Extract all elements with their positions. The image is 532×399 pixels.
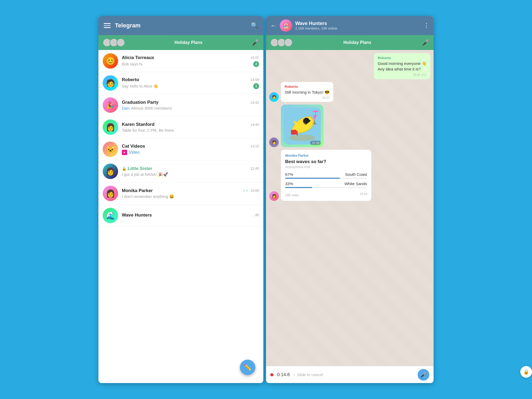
voice-bar-left[interactable]: Holiday Plans 🎤 bbox=[98, 35, 263, 50]
chat-info-graduation: Graduation Party 14:42 Dan: Almost 3000 … bbox=[122, 100, 259, 110]
bubble-roberto-incoming: Roberto Still morning in Tokyo! 😎 15:37 bbox=[281, 82, 333, 102]
msg-avatar-roberto: 🧑 bbox=[269, 92, 279, 102]
sticker-time: 15:38 bbox=[310, 141, 321, 145]
chat-time-littlesister: 12:45 bbox=[250, 167, 259, 171]
avatar-graduation: 🎉 bbox=[103, 97, 118, 113]
chat-info-karen: Karen Stanford 14:40 Table for four, 2 P… bbox=[122, 122, 259, 132]
avatar-monika: 👩 bbox=[103, 186, 118, 201]
badge-roberto: 1 bbox=[253, 83, 259, 89]
more-button[interactable]: ⋮ bbox=[423, 22, 429, 29]
voice-mic-icon[interactable]: 🎤 bbox=[252, 39, 259, 46]
video-thumb-icon bbox=[122, 150, 127, 155]
chat-item-roberto[interactable]: 🧑 Roberto 14:59 Say hello to Alice 👋 1 bbox=[98, 72, 263, 94]
poll-type: Anonymous Poll bbox=[285, 165, 367, 169]
chat-preview-littlesister: I got a job at NASA! 🎉🚀 bbox=[122, 172, 168, 177]
chat-time-wavehunters: ...:45 bbox=[251, 213, 259, 217]
group-avatar: 🏖️ bbox=[280, 19, 292, 32]
svg-point-13 bbox=[313, 123, 317, 124]
group-info: Wave Hunters 2,168 members, 196 online bbox=[295, 21, 420, 30]
voice-record-bar: 0:14.8 ‹ Slide to cancel 🎤 bbox=[266, 366, 434, 383]
poll-time: 15:39 bbox=[360, 192, 367, 196]
chat-item-monika[interactable]: 👩 Monika Parker ✓✓ 10:00 I don't remembe… bbox=[98, 182, 263, 205]
bubble-sender-roberto-in: Roberto bbox=[285, 85, 330, 89]
bubble-roberto-outgoing: Roberto Good morning everyone 👋Any idea … bbox=[374, 53, 430, 79]
right-panel: ← 🏖️ Wave Hunters 2,168 members, 196 onl… bbox=[266, 16, 434, 383]
chat-preview-karen: Table for four, 2 PM. Be there. bbox=[122, 128, 175, 132]
slide-cancel-text: Slide to cancel bbox=[297, 372, 323, 377]
group-name: Wave Hunters bbox=[295, 21, 420, 26]
poll-option-2[interactable]: 33% White Sands bbox=[285, 181, 367, 188]
chat-item-alicia[interactable]: 😊 Alicia Torreaux 15:02 Bob says hi. 2 bbox=[98, 50, 263, 72]
chat-info-wavehunters: Wave Hunters ...:45 bbox=[122, 213, 259, 219]
avatar-alicia: 😊 bbox=[103, 53, 118, 69]
chat-item-littlesister[interactable]: 👩 🔒 Little Sister 12:45 I got a job at N… bbox=[98, 160, 263, 182]
chat-name-roberto: Roberto bbox=[122, 77, 139, 82]
voice-bar-right[interactable]: Holiday Plans 🎤 bbox=[266, 35, 434, 50]
poll-footer: 185 votes 15:39 bbox=[285, 191, 367, 197]
poll-option-1[interactable]: 67% South Coast bbox=[285, 172, 367, 179]
compose-button[interactable]: ✏️ bbox=[240, 360, 255, 375]
voice-bar-avatars bbox=[103, 38, 125, 47]
chat-info-monika: Monika Parker ✓✓ 10:00 I don't remember … bbox=[122, 188, 259, 199]
chat-preview-monika: I don't remember anything 😄 bbox=[122, 194, 174, 199]
chat-item-karen[interactable]: 👩 Karen Stanford 14:40 Table for four, 2… bbox=[98, 116, 263, 138]
preview-sender-graduation: Dan bbox=[122, 106, 129, 110]
poll-pct-1: 67% bbox=[285, 172, 293, 177]
chat-time-monika: 10:00 bbox=[250, 189, 259, 193]
avatar-wavehunters: 🌊 bbox=[103, 208, 118, 223]
svg-point-1 bbox=[289, 135, 315, 141]
voice-avatar-r3 bbox=[284, 38, 293, 47]
msg-sticker: 🧑 bbox=[269, 105, 323, 147]
poll-question: Best waves so far? bbox=[285, 159, 367, 164]
poll-bar-fill-2 bbox=[285, 187, 312, 188]
check-mark-out: ✓✓ bbox=[421, 73, 427, 77]
chat-name-karen: Karen Stanford bbox=[122, 122, 155, 127]
avatar-roberto: 🧑 bbox=[103, 75, 118, 91]
search-button[interactable]: 🔍 bbox=[251, 22, 258, 29]
chat-preview-roberto: Say hello to Alice 👋 bbox=[122, 84, 158, 89]
svg-rect-4 bbox=[304, 120, 307, 122]
bubble-time-roberto-in: 15:37 bbox=[285, 96, 330, 99]
read-check-monika: ✓✓ bbox=[243, 189, 249, 193]
chat-preview-alicia: Bob says hi. bbox=[122, 62, 144, 66]
chat-item-catvideos[interactable]: 🐱 Cat Videos 13:15 Video bbox=[98, 138, 263, 160]
mic-send-button[interactable]: 🎤 bbox=[418, 369, 429, 381]
back-button[interactable]: ← bbox=[270, 22, 277, 29]
voice-bar-title: Holiday Plans bbox=[128, 40, 249, 45]
voice-mic-right[interactable]: 🎤 bbox=[422, 39, 429, 46]
poll-label-2: White Sands bbox=[344, 181, 367, 186]
sticker-image: 15:38 bbox=[281, 105, 323, 147]
chat-area: Roberto Good morning everyone 👋Any idea … bbox=[266, 50, 434, 366]
poll-sender: Monika Parker bbox=[285, 153, 367, 157]
chat-name-graduation: Graduation Party bbox=[122, 100, 159, 105]
chat-preview-graduation: Dan: Almost 3000 members! bbox=[122, 106, 172, 110]
chat-item-wavehunters[interactable]: 🌊 Wave Hunters ...:45 bbox=[98, 205, 263, 227]
svg-rect-9 bbox=[291, 130, 296, 135]
lock-icon-littlesister: 🔒 bbox=[122, 167, 126, 171]
slide-arrow-icon: ‹ bbox=[293, 372, 295, 377]
chat-info-roberto: Roberto 14:59 Say hello to Alice 👋 1 bbox=[122, 77, 259, 89]
preview-text-graduation: Almost 3000 members! bbox=[131, 106, 172, 110]
chat-time-graduation: 14:42 bbox=[250, 101, 259, 105]
bubble-text-roberto-in: Still morning in Tokyo! 😎 bbox=[285, 89, 330, 95]
avatar-karen: 👩 bbox=[103, 119, 118, 135]
chat-name-monika: Monika Parker bbox=[122, 188, 153, 193]
record-dot bbox=[270, 373, 273, 376]
poll-bar-bg-2 bbox=[285, 187, 367, 188]
chat-time-alicia: 15:02 bbox=[250, 56, 259, 60]
menu-button[interactable] bbox=[104, 23, 111, 28]
bubble-sender-roberto-out: Roberto bbox=[378, 56, 427, 60]
chat-list: 😊 Alicia Torreaux 15:02 Bob says hi. 2 bbox=[98, 50, 263, 383]
group-members: 2,168 members, 196 online bbox=[295, 26, 420, 30]
badge-alicia: 2 bbox=[253, 61, 259, 67]
record-time: 0:14.8 bbox=[277, 372, 290, 377]
chat-info-catvideos: Cat Videos 13:15 Video bbox=[122, 144, 259, 155]
poll-votes: 185 votes bbox=[285, 193, 299, 197]
bubble-time-roberto-out: 15:37 ✓✓ bbox=[378, 73, 427, 77]
chat-name-wavehunters: Wave Hunters bbox=[122, 213, 152, 218]
chat-name-catvideos: Cat Videos bbox=[122, 144, 145, 149]
slide-cancel: ‹ Slide to cancel bbox=[293, 372, 414, 377]
poll-label-1: South Coast bbox=[345, 172, 367, 177]
chat-item-graduation[interactable]: 🎉 Graduation Party 14:42 Dan: Almost 300… bbox=[98, 94, 263, 116]
avatar-catvideos: 🐱 bbox=[103, 142, 118, 157]
